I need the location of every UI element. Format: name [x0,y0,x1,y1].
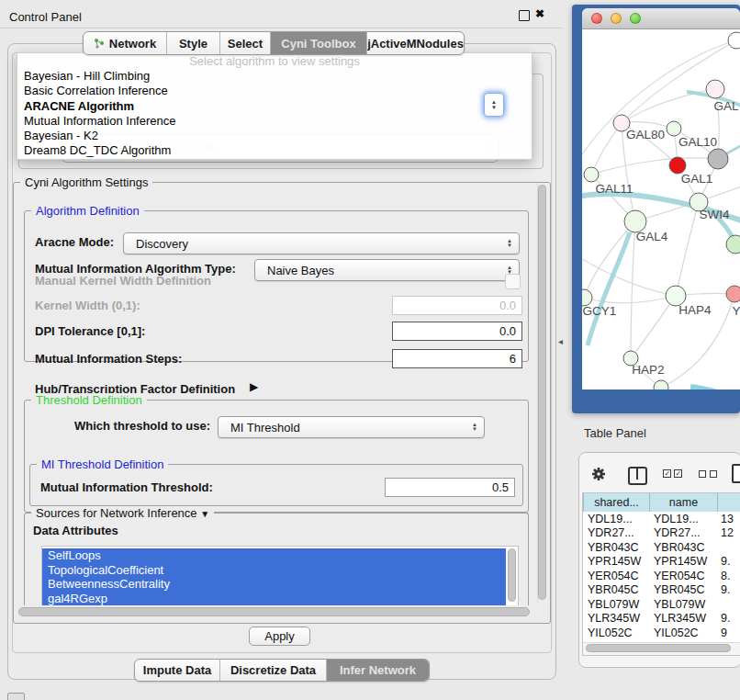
table-row[interactable]: YBR043CYBR043C [583,540,740,555]
node-label-gcy1: GCY1 [583,304,617,318]
table-cell: YLR345W [583,612,650,625]
gear-icon[interactable] [591,467,606,481]
network-node[interactable] [706,80,724,98]
table-row[interactable]: YBR045CYBR045C9. [583,583,740,598]
table-row[interactable]: YBL079WYBL079W [583,597,740,612]
mi-threshold-input[interactable]: 0.5 [385,478,515,497]
table-cell: 8. [718,570,740,582]
table-cell: YPR145W [650,555,718,568]
table-cell: YER054C [650,570,718,582]
checked-pair-icon[interactable]: ✓ [663,469,671,478]
bottom-tabbar: Impute DataDiscretize DataInfer Network [134,659,430,682]
tab-network[interactable]: Network [84,32,166,54]
aracne-mode-value: Discovery [124,237,507,251]
mi-type-select[interactable]: Naive Bayes ▲▼ [254,259,520,281]
which-threshold-select[interactable]: MI Threshold ▲▼ [218,416,485,438]
apply-button[interactable]: Apply [249,627,310,646]
data-attributes-list[interactable]: SelfLoopsTopologicalCoefficientBetweenne… [41,546,519,605]
network-node[interactable] [708,149,728,169]
column-header-shared-name[interactable]: shared... [583,493,650,512]
network-window: GALGAL80GAL10GAL1GAL11SWI4GAL4GCY1HAP4YH… [582,8,740,390]
kernel-width-input[interactable]: 0.0 [392,296,522,315]
network-canvas[interactable]: GALGAL80GAL10GAL1GAL11SWI4GAL4GCY1HAP4YH… [582,28,740,390]
attribute-item-gal4rgexp[interactable]: gal4RGexp [42,592,506,606]
tab-label: Cyni Toolbox [281,37,355,51]
inference-algorithm-stepper[interactable]: ▲▼ [484,93,504,117]
minimized-panel-icon[interactable] [7,693,25,700]
close-icon[interactable]: ✖ [535,7,544,20]
aracne-mode-label: Aracne Mode: [35,235,114,249]
network-node[interactable] [584,167,599,182]
document-icon[interactable] [732,464,740,483]
dropdown-item-bayesian-hill-climbing[interactable]: Bayesian - Hill Climbing [17,69,532,84]
table-row[interactable]: YDR27...YDR27...12 [583,526,740,541]
table-cell: 12 [718,526,740,539]
dropdown-item-mutual-information-inference[interactable]: Mutual Information Inference [17,114,532,129]
table-hscroll-thumb[interactable] [586,644,731,652]
tab-jactivemnodules[interactable]: jActiveMNodules [366,32,464,54]
minimize-traffic-light[interactable] [611,13,622,24]
table-row[interactable]: YPR145WYPR145W9. [583,555,740,570]
attribute-item-betweennesscentrality[interactable]: BetweennessCentrality [42,577,506,592]
unchecked-pair-icon[interactable] [710,470,717,478]
network-edge [690,388,740,390]
dropdown-placeholder: Select algorithm to view settings [17,53,532,69]
attributes-scrollbar[interactable] [508,548,516,602]
mi-steps-input[interactable]: 6 [392,349,522,368]
settings-vscroll-thumb[interactable] [538,185,546,600]
table-cell: YLR345W [650,612,718,625]
float-window-icon[interactable] [519,10,530,21]
tab-label: jActiveMNodules [367,37,464,51]
settings-hscroll-thumb[interactable] [18,607,530,616]
manual-kernel-checkbox[interactable] [505,274,521,289]
node-label-gal11: GAL11 [595,182,633,196]
network-node[interactable] [654,380,668,390]
tab-cyni-toolbox[interactable]: Cyni Toolbox [270,32,366,54]
dropdown-item-aracne-algorithm[interactable]: ARACNE Algorithm [17,99,532,114]
splitter-collapse-icon[interactable]: ◂ [558,336,563,346]
dropdown-item-bayesian-k2[interactable]: Bayesian - K2 [17,129,532,143]
table-row[interactable]: YER054CYER054C8. [583,569,740,583]
control-panel-tabbar: NetworkStyleSelectCyni ToolboxjActiveMNo… [83,31,465,55]
network-node[interactable] [726,235,740,254]
tab-impute-data[interactable]: Impute Data [135,660,219,681]
network-node[interactable] [726,286,740,302]
sources-group-title[interactable]: Sources for Network Inference ▼ [31,506,214,520]
close-traffic-light[interactable] [591,13,602,24]
control-panel: Control Panel ✖ [0,7,563,28]
dropdown-item-dream8-dc-tdc-algorithm[interactable]: Dream8 DC_TDC Algorithm [17,143,532,158]
attribute-item-topologicalcoefficient[interactable]: TopologicalCoefficient [42,563,506,578]
network-node[interactable] [728,32,740,49]
table-cell: YBR045C [650,583,718,596]
column-header-partial[interactable] [718,493,740,512]
node-label-y: Y [732,304,740,318]
table-row[interactable]: YLR345WYLR345W9. [583,612,740,627]
tab-infer-network[interactable]: Infer Network [326,660,429,681]
network-node[interactable] [667,121,681,136]
column-layout-icon[interactable] [628,467,647,485]
table-cell: YIL052C [650,627,718,639]
zoom-traffic-light[interactable] [630,13,641,24]
collapse-down-icon[interactable]: ▼ [200,509,209,519]
tab-style[interactable]: Style [166,32,219,54]
tab-discretize-data[interactable]: Discretize Data [219,660,326,681]
dropdown-item-basic-correlation-inference[interactable]: Basic Correlation Inference [17,84,532,98]
table-rows[interactable]: YDL19...YDL19...13YDR27...YDR27...12YBR0… [583,512,740,640]
dpi-tolerance-input[interactable]: 0.0 [392,322,522,341]
table-cell: YIL052C [583,627,650,639]
threshold-definition-title: Threshold Definition [31,393,147,407]
column-header-name[interactable]: name [650,493,718,512]
expand-right-icon[interactable]: ▶ [250,380,258,393]
network-window-titlebar[interactable] [582,8,740,29]
aracne-mode-select[interactable]: Discovery ▲▼ [123,232,520,254]
combo-arrows-icon: ▲▼ [507,239,512,248]
unchecked-pair-icon[interactable] [699,470,706,478]
table-row[interactable]: YIL052CYIL052C9 [583,626,740,640]
checked-pair-icon[interactable]: ✓ [674,469,682,478]
tab-select[interactable]: Select [219,32,270,54]
table-panel-title: Table Panel [584,426,646,440]
table-row[interactable]: YDL19...YDL19...13 [583,512,740,526]
attribute-item-selfloops[interactable]: SelfLoops [42,548,506,563]
spinner-down-icon: ▼ [491,105,497,110]
tab-label: Infer Network [340,663,416,677]
